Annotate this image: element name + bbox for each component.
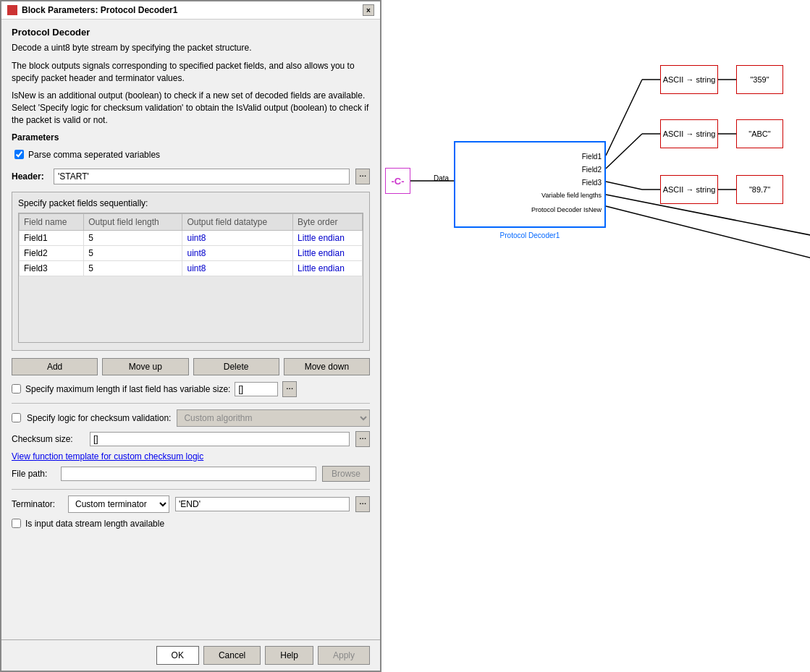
spec-max-dots-button[interactable]: ⋯ xyxy=(282,381,297,397)
port-field3: Field3 xyxy=(582,179,602,187)
terminator-row: Terminator: Custom terminator ⋯ xyxy=(12,496,370,513)
output-abc-label: "ABC" xyxy=(748,129,770,138)
spec-max-input[interactable] xyxy=(235,382,278,396)
move-down-button[interactable]: Move down xyxy=(284,358,370,375)
ascii-block-2[interactable]: ASCII → string xyxy=(660,119,718,148)
output-897-label: "89.7" xyxy=(749,185,770,194)
header-input[interactable] xyxy=(54,169,350,184)
table-row[interactable]: Field3 5 uint8 Little endian xyxy=(20,260,363,276)
terminator-label: Terminator: xyxy=(12,499,62,509)
output-359[interactable]: "359" xyxy=(736,65,783,94)
dialog-content: Protocol Decoder Decode a uint8 byte str… xyxy=(1,20,380,639)
protocol-decoder-block[interactable]: Data Field1 Field2 Field3 Variable field… xyxy=(454,141,606,228)
header-row: Header: ⋯ xyxy=(12,169,370,184)
view-template-link[interactable]: View function template for custom checks… xyxy=(12,451,370,462)
port-field2: Field2 xyxy=(582,166,602,174)
packet-fields-title: Specify packet fields sequentially: xyxy=(18,198,363,208)
parse-csv-row: Parse comma seperated variables xyxy=(12,147,370,163)
cancel-button[interactable]: Cancel xyxy=(203,646,261,665)
description3: IsNew is an additional output (boolean) … xyxy=(12,90,370,126)
header-label: Header: xyxy=(12,171,48,182)
table-row[interactable]: Field1 5 uint8 Little endian xyxy=(20,230,363,245)
is-input-checkbox[interactable] xyxy=(12,519,21,528)
output-897[interactable]: "89.7" xyxy=(736,175,783,204)
delete-button[interactable]: Delete xyxy=(193,358,279,375)
is-input-row: Is input data stream length available xyxy=(12,519,370,529)
field-order-cell: Little endian xyxy=(293,245,363,260)
is-input-label: Is input data stream length available xyxy=(25,519,164,529)
title-icon xyxy=(7,5,17,15)
terminator-select[interactable]: Custom terminator xyxy=(68,496,169,513)
checksum-row: Specify logic for checksum validation: C… xyxy=(12,409,370,427)
ascii-block-3[interactable]: ASCII → string xyxy=(660,175,718,204)
source-block[interactable]: -C- xyxy=(385,168,410,194)
terminator-dots-button[interactable]: ⋯ xyxy=(355,496,370,512)
dialog-titlebar: Block Parameters: Protocol Decoder1 × xyxy=(1,1,380,20)
svg-line-6 xyxy=(606,182,642,190)
svg-line-4 xyxy=(606,134,642,169)
field-name-cell: Field1 xyxy=(20,230,84,245)
move-up-button[interactable]: Move up xyxy=(102,358,188,375)
fields-table: Field name Output field length Output fi… xyxy=(19,213,363,276)
dialog-footer: OK Cancel Help Apply xyxy=(1,639,380,671)
field-name-cell: Field3 xyxy=(20,260,84,276)
action-buttons-row: Add Move up Delete Move down xyxy=(12,358,370,375)
source-label: -C- xyxy=(391,176,404,187)
checksum-algorithm-dropdown[interactable]: Custom algorithm xyxy=(177,409,370,427)
divider2 xyxy=(12,489,370,490)
close-button[interactable]: × xyxy=(363,4,374,16)
output-359-label: "359" xyxy=(750,75,769,84)
field-datatype-cell: uint8 xyxy=(182,260,293,276)
filepath-input[interactable] xyxy=(61,467,316,481)
checksum-size-dots-button[interactable]: ⋯ xyxy=(355,431,370,447)
params-label: Parameters xyxy=(12,132,370,143)
divider1 xyxy=(12,403,370,404)
field-length-cell: 5 xyxy=(84,245,182,260)
ascii-label-1: ASCII → string xyxy=(663,75,716,84)
table-row[interactable]: Field2 5 uint8 Little endian xyxy=(20,245,363,260)
dialog-title: Block Parameters: Protocol Decoder1 xyxy=(22,5,177,15)
spec-max-label: Specify maximum length if last field has… xyxy=(25,384,230,394)
spec-max-checkbox[interactable] xyxy=(12,384,21,394)
parse-csv-label: Parse comma seperated variables xyxy=(28,150,160,160)
col-byte-order: Byte order xyxy=(293,213,363,230)
help-button[interactable]: Help xyxy=(265,646,313,665)
field-order-cell: Little endian xyxy=(293,260,363,276)
svg-line-8 xyxy=(606,195,810,271)
description1: Decode a uint8 byte stream by specifying… xyxy=(12,42,370,54)
checksum-checkbox[interactable] xyxy=(12,413,21,422)
col-output-datatype: Output field datatype xyxy=(182,213,293,230)
add-button[interactable]: Add xyxy=(12,358,98,375)
block-parameters-dialog: Block Parameters: Protocol Decoder1 × Pr… xyxy=(0,0,381,672)
svg-line-9 xyxy=(606,206,810,304)
parse-csv-checkbox[interactable] xyxy=(14,150,24,159)
checksum-size-row: Checksum size: ⋯ xyxy=(12,431,370,447)
ascii-label-3: ASCII → string xyxy=(663,185,716,194)
simulink-canvas: -C- Data Field1 Field2 Field3 Variable f… xyxy=(381,0,810,672)
field-datatype-cell: uint8 xyxy=(182,245,293,260)
port-variable: Variable field lengths xyxy=(541,192,602,199)
field-length-cell: 5 xyxy=(84,260,182,276)
checksum-size-input[interactable] xyxy=(90,432,350,446)
apply-button[interactable]: Apply xyxy=(318,646,370,665)
col-output-length: Output field length xyxy=(84,213,182,230)
checksum-section: Specify logic for checksum validation: C… xyxy=(12,409,370,482)
port-isnew: Protocol Decoder IsNew xyxy=(531,206,602,213)
ascii-block-1[interactable]: ASCII → string xyxy=(660,65,718,94)
field-order-cell: Little endian xyxy=(293,230,363,245)
section-title: Protocol Decoder xyxy=(12,27,370,38)
terminator-value-input[interactable] xyxy=(175,497,350,511)
checksum-label: Specify logic for checksum validation: xyxy=(27,413,171,423)
ok-button[interactable]: OK xyxy=(156,646,199,665)
browse-button[interactable]: Browse xyxy=(322,466,370,482)
output-abc[interactable]: "ABC" xyxy=(736,119,783,148)
header-dots-button[interactable]: ⋯ xyxy=(355,169,370,184)
titlebar-left: Block Parameters: Protocol Decoder1 xyxy=(7,5,177,15)
fields-table-container: Field name Output field length Output fi… xyxy=(18,213,363,343)
field-length-cell: 5 xyxy=(84,230,182,245)
col-field-name: Field name xyxy=(20,213,84,230)
ascii-label-2: ASCII → string xyxy=(663,129,716,138)
checksum-size-label: Checksum size: xyxy=(12,434,84,444)
protocol-decoder-name: Protocol Decoder1 xyxy=(500,231,560,239)
svg-line-2 xyxy=(606,80,642,156)
